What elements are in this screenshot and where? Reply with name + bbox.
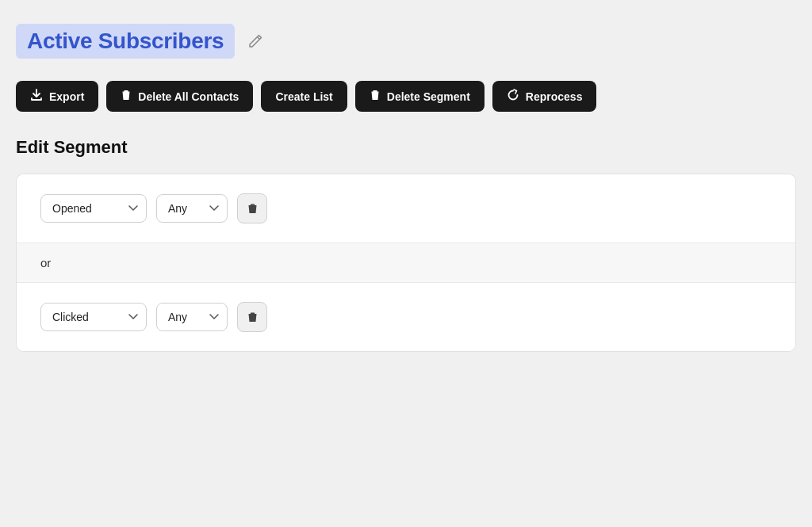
condition-row-2: Opened Clicked Subscribed Unsubscribed A… xyxy=(17,283,795,351)
delete-segment-icon xyxy=(370,89,381,104)
trash-svg-2 xyxy=(370,89,381,101)
condition-row-1: Opened Clicked Subscribed Unsubscribed A… xyxy=(17,174,795,242)
trash-svg-1 xyxy=(121,89,132,101)
condition-2-field-select[interactable]: Opened Clicked Subscribed Unsubscribed xyxy=(40,303,147,331)
reprocess-button[interactable]: Reprocess xyxy=(492,81,597,112)
export-icon xyxy=(30,89,43,104)
condition-1-qualifier-select[interactable]: Any All None xyxy=(156,194,228,223)
page-wrapper: Active Subscribers Export xyxy=(0,0,812,527)
delete-segment-button[interactable]: Delete Segment xyxy=(355,81,485,112)
delete-all-button[interactable]: Delete All Contacts xyxy=(106,81,253,112)
condition-2-qualifier-select[interactable]: Any All None xyxy=(156,303,228,331)
reprocess-label: Reprocess xyxy=(526,90,583,103)
or-label: or xyxy=(40,256,51,269)
condition-1-delete-button[interactable] xyxy=(237,193,267,223)
create-list-button[interactable]: Create List xyxy=(261,81,347,112)
create-list-label: Create List xyxy=(275,90,332,103)
toolbar: Export Delete All Contacts Create List D… xyxy=(16,81,796,112)
or-divider: or xyxy=(17,242,795,283)
segment-card: Opened Clicked Subscribed Unsubscribed A… xyxy=(16,174,796,352)
condition-1-field-select[interactable]: Opened Clicked Subscribed Unsubscribed xyxy=(40,194,147,223)
header-row: Active Subscribers xyxy=(16,24,796,59)
export-svg xyxy=(30,89,43,101)
condition-2-delete-button[interactable] xyxy=(237,302,267,332)
trash-icon-2 xyxy=(247,311,258,323)
delete-all-icon xyxy=(121,89,132,104)
reprocess-icon xyxy=(507,89,519,104)
edit-title-button[interactable] xyxy=(244,30,266,52)
delete-all-label: Delete All Contacts xyxy=(138,90,239,103)
export-button[interactable]: Export xyxy=(16,81,98,112)
trash-icon-1 xyxy=(247,203,258,215)
edit-segment-title: Edit Segment xyxy=(16,137,796,158)
page-title: Active Subscribers xyxy=(16,24,235,59)
reprocess-svg xyxy=(507,89,519,101)
delete-segment-label: Delete Segment xyxy=(387,90,470,103)
export-label: Export xyxy=(49,90,84,103)
pencil-icon xyxy=(247,33,263,49)
